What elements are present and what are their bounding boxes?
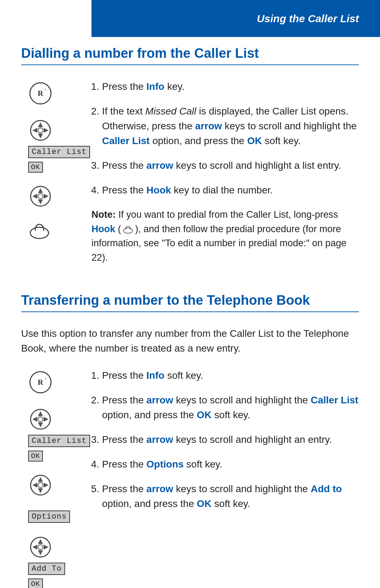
svg-text:R: R [38, 89, 44, 98]
caller-list-lcd-1: Caller List [28, 146, 90, 158]
note-hook-inline-svg [121, 224, 135, 235]
svg-point-15 [30, 227, 49, 239]
arrow-keys-lcd-icon-1: Caller List OK [28, 118, 91, 174]
arrow-keys-icon-2 [28, 184, 53, 211]
section2-heading: Transferring a number to the Telephone B… [21, 293, 359, 312]
arrow-key-svg-2 [28, 184, 53, 209]
svg-point-14 [38, 194, 43, 199]
section2-step-list: Press the Info soft key. Press the arrow… [91, 368, 359, 511]
s2-step4-options-kw: Options [146, 459, 184, 470]
step2-item: If the text Missed Call is displayed, th… [102, 104, 359, 148]
arrow-key-svg-1 [28, 118, 53, 143]
svg-point-16 [124, 228, 133, 233]
step3-item: Press the arrow keys to scroll and highl… [102, 158, 359, 173]
s2-arrow-svg-3 [28, 473, 53, 497]
step2-missed-call-kw: Missed Call [145, 106, 196, 117]
s2-step5-arrow-kw: arrow [146, 483, 173, 494]
s2-ok-lcd: OK [28, 451, 43, 462]
s2-step5-item: Press the arrow keys to scroll and highl… [102, 482, 359, 511]
s2-add-to-icon: Add To OK [28, 535, 91, 588]
s2-options-lcd: Options [28, 510, 70, 523]
svg-point-31 [38, 483, 43, 488]
step2-ok-kw: OK [247, 135, 262, 146]
info-key-svg: R i [28, 81, 53, 106]
step4-item: Press the Hook key to dial the number. [102, 183, 359, 198]
s2-add-to-lcd: Add To [28, 563, 65, 575]
header-title: Using the Caller List [257, 13, 359, 25]
s2-step5-addto-kw: Add to [311, 483, 342, 494]
s2-step3-item: Press the arrow keys to scroll and highl… [102, 432, 359, 447]
section2-divider: Transferring a number to the Telephone B… [21, 293, 359, 312]
section2-intro: Use this option to transfer any number f… [21, 326, 359, 356]
section2-steps-col: Press the Info soft key. Press the arrow… [91, 368, 359, 588]
s2-caller-list-lcd: Caller List [28, 435, 90, 447]
s2-step2-caller-list-kw: Caller List [311, 395, 358, 406]
note-block: Note: If you want to predial from the Ca… [91, 208, 359, 265]
section1-icon-col: R i Caller List OK [21, 79, 91, 275]
s2-options-icon: Options [28, 510, 70, 525]
step2-caller-list-kw: Caller List [102, 135, 150, 146]
hook-key-icon [28, 221, 51, 243]
svg-text:i: i [45, 88, 46, 92]
s2-step4-item: Press the Options soft key. [102, 457, 359, 472]
s2-step2-arrow-kw: arrow [146, 395, 173, 406]
section1-steps-col: Press the Info key. If the text Missed C… [91, 79, 359, 275]
info-key-icon: R i [28, 81, 53, 108]
svg-text:i: i [45, 377, 46, 380]
s2-arrow-icon-3 [28, 473, 53, 500]
note-label: Note: [91, 209, 116, 220]
section1-instructions: R i Caller List OK [21, 79, 359, 275]
s2-info-key-svg: R i [28, 370, 53, 395]
step3-arrow-kw: arrow [146, 160, 173, 171]
ok-lcd-1: OK [28, 162, 43, 173]
hook-svg [28, 221, 51, 240]
svg-point-25 [38, 417, 43, 422]
s2-arrow-lcd-icon: Caller List OK [28, 407, 91, 463]
svg-text:R: R [38, 378, 44, 386]
section2-icon-col: R i Caller List OK [21, 368, 91, 588]
svg-point-8 [38, 128, 43, 133]
step1-info-kw: Info [146, 81, 164, 92]
step4-hook-kw: Hook [146, 185, 171, 196]
step2-arrow-kw: arrow [195, 120, 222, 131]
s2-ok-lcd-2: OK [28, 578, 43, 588]
note-hook-kw: Hook [91, 224, 115, 234]
section2-instructions: R i Caller List OK [21, 368, 359, 588]
s2-info-key-icon: R i [28, 370, 53, 397]
step1-item: Press the Info key. [102, 79, 359, 94]
section1-heading: Dialling a number from the Caller List [21, 46, 359, 65]
s2-arrow-svg-5 [28, 535, 53, 559]
svg-point-37 [38, 545, 43, 550]
s2-step1-info-kw: Info [146, 370, 164, 381]
s2-step2-item: Press the arrow keys to scroll and highl… [102, 393, 359, 422]
section1-step-list: Press the Info key. If the text Missed C… [91, 79, 359, 198]
s2-step3-arrow-kw: arrow [146, 434, 173, 445]
main-content: Dialling a number from the Caller List R… [0, 0, 380, 588]
s2-step5-ok-kw: OK [197, 498, 211, 509]
header-bar: Using the Caller List [91, 0, 380, 37]
s2-arrow-svg [28, 407, 53, 432]
s2-step2-ok-kw: OK [197, 409, 211, 420]
s2-step1-item: Press the Info soft key. [102, 368, 359, 383]
